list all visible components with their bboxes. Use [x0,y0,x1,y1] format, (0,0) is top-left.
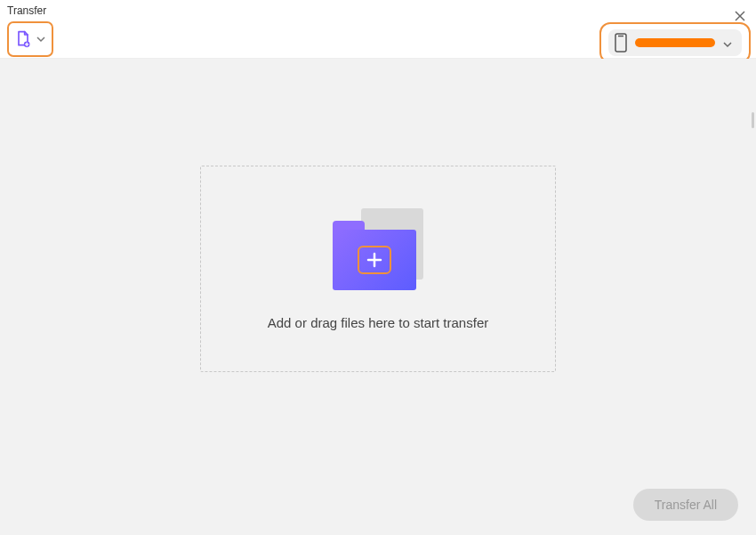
title-bar: Transfer [0,0,756,21]
content-area: Add or drag files here to start transfer… [0,59,756,535]
toolbar [0,21,756,59]
device-selector-highlight [599,22,751,63]
add-file-button[interactable] [7,21,53,57]
plus-icon [358,246,391,274]
drop-zone-hint: Add or drag files here to start transfer [268,315,488,330]
drop-zone[interactable]: Add or drag files here to start transfer [200,166,556,372]
document-add-icon [14,30,32,48]
chevron-down-icon [36,34,46,45]
phone-icon [614,33,628,53]
window-title: Transfer [7,4,46,17]
device-selector-group [599,22,751,63]
device-name-redacted [635,38,715,47]
device-selector[interactable] [608,29,742,56]
scrollbar-thumb[interactable] [752,112,754,128]
folder-add-icon [333,208,423,290]
chevron-down-icon [722,37,733,48]
transfer-all-button: Transfer All [633,489,738,521]
